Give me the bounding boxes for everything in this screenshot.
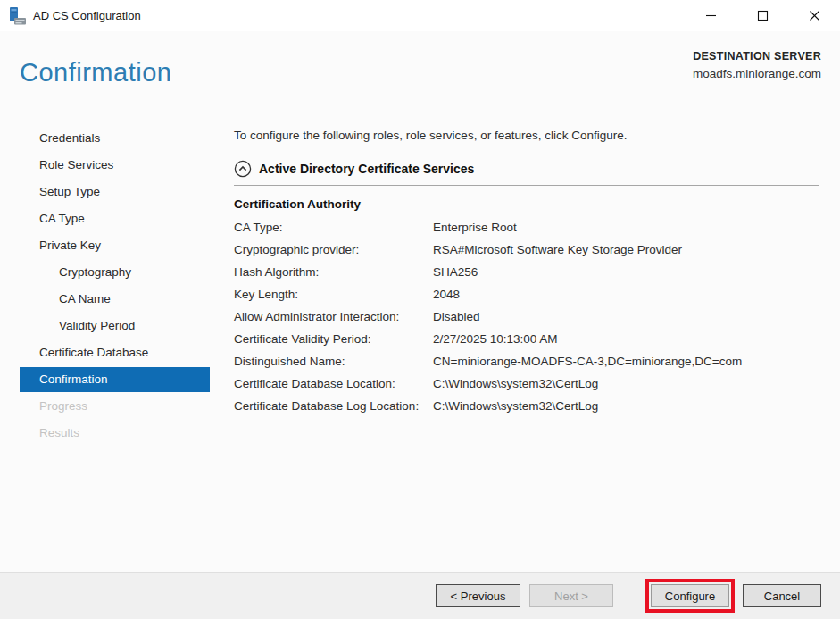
destination-server-block: DESTINATION SERVER moadfs.miniorange.com [693, 50, 821, 80]
nav-item-credentials[interactable]: Credentials [20, 125, 210, 152]
confirmation-content: To configure the following roles, role s… [212, 116, 840, 554]
detail-label: Certificate Database Log Location: [234, 396, 433, 415]
detail-label: Certificate Validity Period: [234, 329, 433, 348]
destination-server-label: DESTINATION SERVER [693, 50, 821, 63]
previous-button[interactable]: < Previous [436, 584, 520, 607]
nav-item-ca-type[interactable]: CA Type [20, 205, 210, 232]
detail-label: Certificate Database Location: [234, 373, 433, 393]
adcs-configuration-window: AD CS Configuration Confirmation DESTINA… [0, 0, 840, 619]
section-divider [234, 185, 819, 186]
nav-item-ca-name[interactable]: CA Name [20, 286, 210, 313]
cancel-button[interactable]: Cancel [743, 584, 821, 607]
wizard-footer: < Previous Next > Configure Cancel [0, 572, 840, 619]
detail-value: CN=miniorange-MOADFS-CA-3,DC=miniorange,… [433, 351, 819, 371]
intro-text: To configure the following roles, role s… [234, 129, 819, 142]
detail-row: Certificate Database Log Location: C:\Wi… [234, 396, 819, 418]
detail-label: Allow Administrator Interaction: [234, 306, 433, 326]
detail-row: Allow Administrator Interaction: Disable… [234, 306, 819, 329]
maximize-icon [757, 10, 769, 21]
detail-row: Key Length: 2048 [234, 284, 819, 306]
detail-value: SHA256 [433, 262, 819, 281]
detail-value: RSA#Microsoft Software Key Storage Provi… [433, 239, 819, 259]
collapse-section-button[interactable] [234, 160, 252, 178]
nav-item-confirmation[interactable]: Confirmation [20, 367, 210, 392]
nav-item-progress: Progress [20, 393, 210, 420]
detail-value: 2048 [433, 284, 819, 304]
detail-value: 2/27/2025 10:13:00 AM [433, 329, 819, 348]
detail-value: Disabled [433, 306, 819, 326]
section-title: Active Directory Certificate Services [259, 162, 474, 176]
detail-label: CA Type: [234, 217, 433, 237]
minimize-icon [705, 10, 717, 21]
window-title: AD CS Configuration [33, 9, 141, 22]
nav-item-certificate-database[interactable]: Certificate Database [20, 339, 210, 366]
detail-label: Distinguished Name: [234, 351, 433, 371]
nav-item-cryptography[interactable]: Cryptography [20, 259, 210, 286]
detail-label: Key Length: [234, 284, 433, 304]
detail-row: Hash Algorithm: SHA256 [234, 262, 819, 284]
wizard-body: Credentials Role Services Setup Type CA … [0, 116, 840, 572]
detail-row: Cryptographic provider: RSA#Microsoft So… [234, 239, 819, 262]
detail-label: Hash Algorithm: [234, 262, 433, 281]
group-title: Certification Authority [234, 197, 819, 211]
wizard-step-nav: Credentials Role Services Setup Type CA … [0, 116, 212, 572]
minimize-button[interactable] [685, 0, 736, 31]
nav-item-setup-type[interactable]: Setup Type [20, 179, 210, 205]
configure-button[interactable]: Configure [651, 584, 729, 607]
detail-row: Certificate Database Location: C:\Window… [234, 373, 819, 396]
detail-value: C:\Windows\system32\CertLog [433, 373, 819, 393]
close-button[interactable] [788, 0, 840, 31]
page-title: Confirmation [20, 58, 171, 88]
destination-server-name: moadfs.miniorange.com [693, 67, 821, 80]
details-list: CA Type: Enterprise Root Cryptographic p… [234, 217, 819, 418]
title-bar: AD CS Configuration [0, 0, 840, 31]
red-highlight-annotation: Configure [645, 579, 735, 613]
detail-label: Cryptographic provider: [234, 239, 433, 259]
wizard-header: Confirmation DESTINATION SERVER moadfs.m… [0, 31, 840, 116]
detail-row: CA Type: Enterprise Root [234, 217, 819, 239]
close-icon [809, 10, 820, 21]
window-controls [685, 0, 840, 31]
nav-item-results: Results [20, 420, 210, 447]
section-header: Active Directory Certificate Services [234, 160, 819, 178]
next-button[interactable]: Next > [529, 584, 613, 607]
detail-row: Certificate Validity Period: 2/27/2025 1… [234, 329, 819, 351]
detail-row: Distinguished Name: CN=miniorange-MOADFS… [234, 351, 819, 373]
maximize-button[interactable] [736, 0, 788, 31]
nav-item-private-key[interactable]: Private Key [20, 232, 210, 259]
detail-value: Enterprise Root [433, 217, 819, 237]
nav-item-role-services[interactable]: Role Services [20, 152, 210, 179]
nav-item-validity-period[interactable]: Validity Period [20, 313, 210, 339]
adcs-app-icon [7, 5, 27, 27]
chevron-up-circle-icon [234, 160, 252, 178]
detail-value: C:\Windows\system32\CertLog [433, 396, 819, 415]
